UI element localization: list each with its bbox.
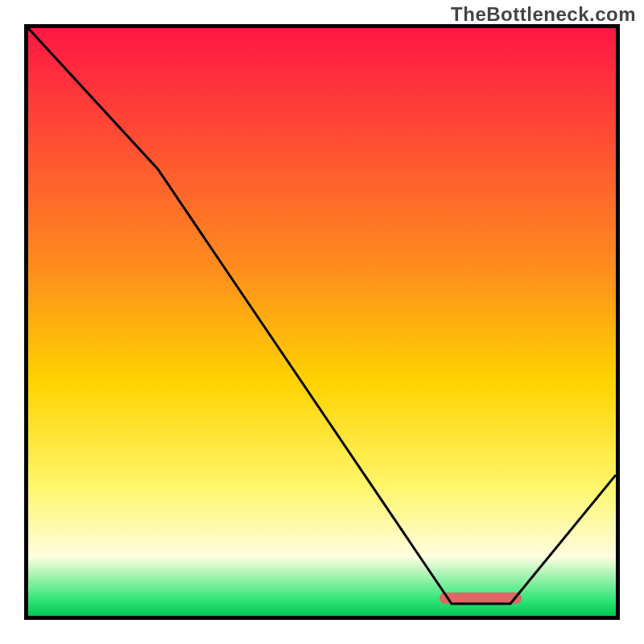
chart-frame: TheBottleneck.com — [0, 0, 644, 644]
watermark-text: TheBottleneck.com — [451, 3, 636, 26]
gradient-background — [28, 28, 616, 616]
chart-svg — [28, 28, 616, 616]
plot-area — [24, 24, 620, 620]
